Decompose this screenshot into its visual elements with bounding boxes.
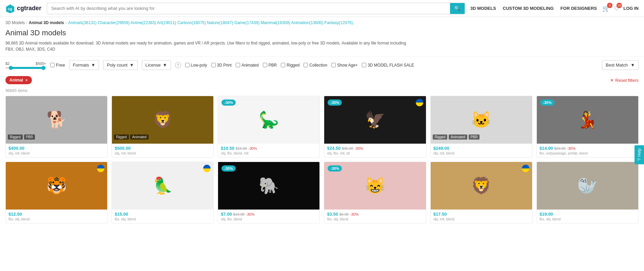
category-links: Animals(36131) Character(29658) Anime(22… <box>68 20 353 25</box>
breadcrumb-current: Animal 3D models <box>29 20 64 25</box>
header: cg cgtrader 🔍 3D MODELS CUSTOM 3D MODELI… <box>0 0 644 17</box>
sort-label: Best Match <box>606 62 628 68</box>
product-card-11[interactable]: 🦁$17.50obj, mtl, blend <box>430 162 532 223</box>
card-emoji-7: 🐯 <box>46 176 67 195</box>
card-emoji-9: 🐘 <box>259 176 279 195</box>
discount-badge-6: -30% <box>540 100 554 106</box>
discount-badge-10: -30% <box>328 165 342 171</box>
help-sidebar[interactable]: ? Help <box>635 145 644 164</box>
product-card-1[interactable]: 🐕RiggedPBR$400.00obj, mtl, blend <box>5 96 108 158</box>
slider-thumb-left[interactable] <box>9 66 13 70</box>
product-card-4[interactable]: 🦅-30%$24.50 $35.00 -30%obj, fbx, mtl, st… <box>324 96 426 158</box>
card-formats-3: obj, fbx, blend, mtl <box>221 151 317 155</box>
nav-for-designers[interactable]: FOR DESIGNERS <box>561 6 597 11</box>
checkbox-show-age[interactable]: Show Age+ <box>331 63 358 68</box>
breadcrumb-cat-6[interactable]: Game(17439) <box>234 20 259 25</box>
product-card-6[interactable]: 💃-30%$14.00 $20.00 -30%fbx, unitypackage… <box>536 96 639 158</box>
card-info-5: $249.00obj, mtl, blend <box>431 144 532 157</box>
card-info-7: $12.50fbx, obj, blend <box>6 210 107 223</box>
search-input[interactable] <box>47 3 450 13</box>
checkbox-collection[interactable]: Collection <box>304 63 327 68</box>
search-bar: 🔍 <box>47 3 465 14</box>
nav-3d-models[interactable]: 3D MODELS <box>470 6 496 11</box>
help-icon[interactable]: ? <box>175 62 181 68</box>
card-price-7: $12.50 <box>8 212 22 217</box>
card-emoji-10: 😸 <box>365 176 385 195</box>
checkbox-rigged[interactable]: Rigged <box>281 63 299 68</box>
sort-chevron: ▼ <box>630 62 635 68</box>
items-count: 96665 items <box>0 87 644 96</box>
product-card-12[interactable]: 🦭$19.00fbx, obj, blend <box>536 162 639 223</box>
card-price-row-10: $3.50 $5.00 -30% <box>327 212 423 217</box>
card-tag-1-rigged: Rigged <box>8 134 23 140</box>
wishlist-button[interactable]: ♡ 20 <box>614 5 619 12</box>
product-card-2[interactable]: 🦁RiggedAnimated$500.00obj, mtl, blend <box>112 96 214 158</box>
breadcrumb-cat-4[interactable]: Cartoon(18075) <box>177 20 206 25</box>
search-icon: 🔍 <box>454 5 461 11</box>
breadcrumb-sep-2: › <box>65 20 67 25</box>
breadcrumb-cat-2[interactable]: Anime(22383) <box>131 20 156 25</box>
wishlist-badge: 20 <box>617 3 622 8</box>
free-checkbox-input[interactable] <box>50 63 55 67</box>
main-nav: 3D MODELS CUSTOM 3D MODELING FOR DESIGNE… <box>470 6 597 11</box>
formats-dropdown[interactable]: Formats ▼ <box>69 60 99 70</box>
page-title: Animal 3D models <box>5 29 639 37</box>
reset-filters-button[interactable]: ✕ Reset filters <box>610 78 639 83</box>
license-dropdown[interactable]: License ▼ <box>142 60 171 70</box>
product-grid: 🐕RiggedPBR$400.00obj, mtl, blend🦁RiggedA… <box>0 96 644 223</box>
product-card-10[interactable]: 😸-30%$3.50 $5.00 -30%fbx, obj, blend <box>324 162 426 223</box>
remove-filter-button[interactable]: × <box>25 77 28 83</box>
checkbox-low-poly[interactable]: Low-poly <box>185 63 207 68</box>
product-card-5[interactable]: 🐱RiggedAnimatedPBR$249.00obj, mtl, blend <box>430 96 532 158</box>
checkbox-flash-sale[interactable]: 3D MODEL FLASH SALE <box>362 63 414 68</box>
cart-button[interactable]: 🛒 0 <box>602 5 610 12</box>
search-button[interactable]: 🔍 <box>450 3 465 14</box>
product-card-9[interactable]: 🐘-30%$7.00 $10.00 -30%obj, fbx, blend <box>218 162 320 223</box>
card-formats-11: obj, mtl, blend <box>433 217 529 221</box>
card-formats-7: fbx, obj, blend <box>8 217 104 221</box>
card-price-3: $10.50 <box>221 146 234 151</box>
logo[interactable]: cg cgtrader <box>5 4 41 13</box>
card-tag-2-rigged: Rigged <box>114 134 129 140</box>
logo-text: cgtrader <box>17 5 41 12</box>
card-orig-price-6: $20.00 <box>554 146 566 150</box>
checkbox-3d-print[interactable]: 3D Print <box>211 63 232 68</box>
filter-checkboxes: Low-poly 3D Print Animated PBR Rigged Co… <box>185 63 414 68</box>
card-price-12: $19.00 <box>540 212 553 217</box>
card-tags-2: RiggedAnimated <box>112 133 213 141</box>
nav-custom-modeling[interactable]: CUSTOM 3D MODELING <box>503 6 554 11</box>
card-price-row-1: $400.00 <box>8 146 104 151</box>
card-discount-3: -30% <box>248 146 257 150</box>
card-emoji-2: 🦁 <box>153 110 173 129</box>
card-emoji-12: 🦭 <box>577 176 598 195</box>
poly-count-dropdown[interactable]: Poly count ▼ <box>103 60 138 70</box>
breadcrumb-cat-1[interactable]: Character(29658) <box>98 20 130 25</box>
login-button[interactable]: LOG IN <box>623 6 639 11</box>
card-formats-6: fbx, unitypackage, prefab, blend <box>540 151 636 155</box>
product-card-3[interactable]: 🦕-30%$10.50 $15.00 -30%obj, fbx, blend, … <box>218 96 320 158</box>
sort-dropdown[interactable]: Best Match ▼ <box>602 60 639 70</box>
breadcrumb-sep-1: / <box>26 20 27 25</box>
product-card-8[interactable]: 🦜$15.00fbx, obj, blend <box>112 162 214 223</box>
card-price-row-4: $24.50 $35.00 -30% <box>327 146 423 151</box>
breadcrumb-cat-5[interactable]: Nature(18047) <box>207 20 233 25</box>
breadcrumb-root[interactable]: 3D Models <box>5 20 25 25</box>
breadcrumb-cat-8[interactable]: Animation(13600) <box>291 20 324 25</box>
checkbox-animated[interactable]: Animated <box>236 63 259 68</box>
reset-cross-icon: ✕ <box>610 78 614 83</box>
breadcrumb-cat-7[interactable]: Mammal(16309) <box>260 20 290 25</box>
product-card-7[interactable]: 🐯$12.50fbx, obj, blend <box>5 162 108 223</box>
help-label: Help <box>637 148 642 157</box>
price-slider[interactable] <box>5 67 46 69</box>
card-formats-10: fbx, obj, blend <box>327 217 423 221</box>
cart-badge: 0 <box>607 3 612 8</box>
checkbox-pbr[interactable]: PBR <box>263 63 277 68</box>
slider-thumb-right[interactable] <box>41 66 45 70</box>
card-discount-4: -30% <box>354 146 363 150</box>
free-checkbox[interactable]: Free <box>50 62 65 68</box>
card-tag-5-animated: Animated <box>449 134 467 140</box>
card-price-row-6: $14.00 $20.00 -30% <box>540 146 636 151</box>
breadcrumb-cat-0[interactable]: Animals(36131) <box>68 20 97 25</box>
breadcrumb-cat-3[interactable]: Art(19011) <box>157 20 176 25</box>
breadcrumb-cat-9[interactable]: Fantasy(12076) <box>325 20 353 25</box>
